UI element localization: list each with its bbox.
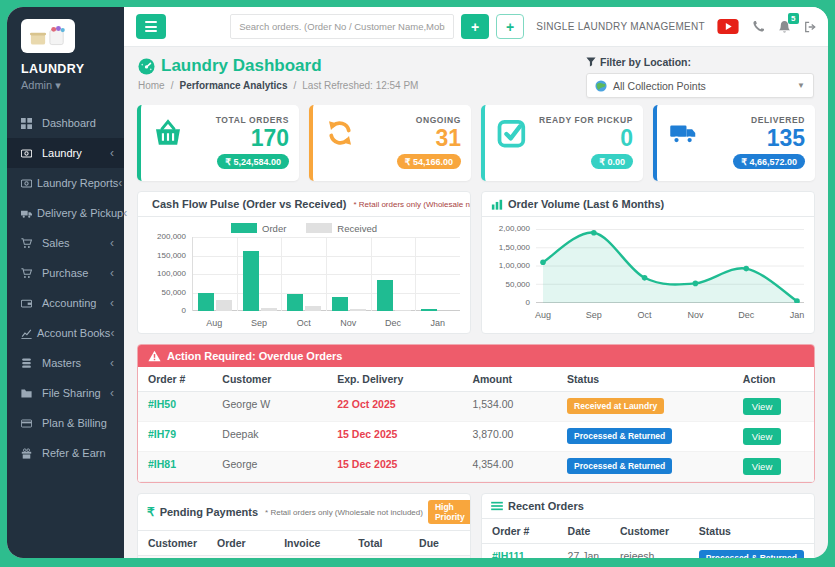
sidebar-item-label: Plan & Billing [42,417,114,429]
sidebar-item-sales[interactable]: Sales‹ [7,228,124,258]
sidebar-item-label: File Sharing [42,387,110,399]
sidebar-item-refer-earn[interactable]: Refer & Earn [7,438,124,468]
sidebar-item-plan-billing[interactable]: Plan & Billing [7,408,124,438]
table-row: #IH11127 Jan 2627 JanrejeeshProcessed & … [482,544,814,559]
delivery-date: 15 Dec 2025 [337,428,397,440]
sidebar-item-file-sharing[interactable]: File Sharing‹ [7,378,124,408]
delivery-date: 22 Oct 2025 [337,398,395,410]
column-header: Amount [462,367,557,392]
bar [305,306,321,311]
sidebar-item-account-books[interactable]: Account Books‹ [7,318,124,348]
recent-title: Recent Orders [508,500,584,512]
menu-toggle-button[interactable] [136,14,166,39]
location-filter-select[interactable]: All Collection Points ▼ [586,73,814,98]
order-volume-plot [536,229,804,303]
app-logo[interactable] [21,19,75,53]
chevron-left-icon: ‹ [110,327,114,339]
overdue-orders-section: Action Required: Overdue Orders Order #C… [137,344,815,483]
sidebar-item-label: Masters [42,357,110,369]
legend-item: Received [306,223,377,234]
column-header: Exp. Delivery [327,367,462,392]
status-badge: Received at Laundry [567,398,664,414]
bar-group [327,237,372,311]
bar [332,297,348,311]
column-header: Action [733,367,814,392]
bar [261,308,277,311]
last-refreshed: Last Refreshed: 12:54 PM [302,80,418,91]
sidebar-item-masters[interactable]: Masters‹ [7,348,124,378]
chevron-down-icon: ▾ [55,79,61,91]
bar-group [416,237,460,311]
pending-table: CustomerOrderInvoiceTotalDue George#SL10… [138,531,470,558]
bar [198,293,214,311]
search-input[interactable] [230,14,454,39]
column-header: Order # [138,367,212,392]
stat-label: DELIVERED [751,115,805,125]
add-order-button[interactable]: + [461,14,489,39]
sidebar-item-dashboard[interactable]: Dashboard [7,108,124,138]
chevron-left-icon: ‹ [110,237,114,249]
view-button[interactable]: View [743,398,781,415]
bar [377,280,393,311]
sidebar-item-laundry[interactable]: Laundry‹ [7,138,124,168]
column-header: Order [207,531,274,556]
rupee-icon: ₹ [147,505,155,519]
sidebar-item-label: Dashboard [42,117,114,129]
stat-amount-badge: ₹ 4,66,572.00 [733,154,805,169]
order-link[interactable]: #IH50 [148,398,176,410]
sidebar-item-label: Purchase [42,267,110,279]
cashflow-title: Cash Flow Pulse (Order vs Received) [152,198,346,210]
view-button[interactable]: View [743,458,781,475]
quick-add-button[interactable]: + [496,14,524,39]
content: Laundry Dashboard Home/ Performance Anal… [124,47,828,558]
overdue-table: Order #CustomerExp. DeliveryAmountStatus… [138,367,814,482]
sidebar-item-laundry-reports[interactable]: Laundry Reports‹ [7,168,124,198]
status-badge: Processed & Returned [567,458,672,474]
sidebar-item-delivery-pickup[interactable]: Delivery & Pickup‹ [7,198,124,228]
order-link[interactable]: #IH81 [148,458,176,470]
customer-cell: rejeesh [610,544,689,559]
sidebar-item-accounting[interactable]: Accounting‹ [7,288,124,318]
delivery-date: 15 Dec 2025 [337,458,397,470]
bar [350,309,366,311]
laundry-logo-image [29,25,67,47]
chevron-left-icon: ‹ [110,147,114,159]
logout-icon[interactable] [804,21,816,33]
wallet-icon [21,298,37,309]
stat-amount-badge: ₹ 54,166.00 [397,154,461,169]
cashflow-legend: OrderReceived [148,223,460,234]
order-link[interactable]: #IH79 [148,428,176,440]
chevron-left-icon: ‹ [118,177,122,189]
admin-dropdown[interactable]: Admin ▾ [7,79,124,92]
chevron-left-icon: ‹ [110,297,114,309]
globe-icon [595,80,607,92]
overdue-title: Action Required: Overdue Orders [167,350,342,362]
youtube-icon[interactable] [717,19,739,34]
refresh-icon [319,113,361,173]
table-row: #IH79Deepak15 Dec 20253,870.00Processed … [138,422,814,452]
sidebar-item-label: Accounting [42,297,110,309]
cart-icon [21,238,37,249]
stat-card-ongoing: ONGOING31₹ 54,166.00 [309,105,471,181]
customer-cell: George W [212,392,327,422]
order-link[interactable]: #IH111 [492,550,525,558]
phone-icon[interactable] [752,20,765,33]
notifications-button[interactable]: 5 [778,20,791,34]
breadcrumb-home[interactable]: Home [138,80,165,91]
column-header: Due [409,531,470,556]
filter-label: Filter by Location: [586,56,814,68]
chart-icon [21,328,32,339]
stat-amount-badge: ₹ 5,24,584.00 [217,154,289,169]
customer-cell: George [138,556,207,559]
view-button[interactable]: View [743,428,781,445]
breadcrumb-page: Performance Analytics [179,80,287,91]
truck-icon [663,113,705,173]
washer-icon [21,178,32,189]
table-row: #IH81George15 Dec 20254,354.00Processed … [138,452,814,482]
bar [287,294,303,311]
sidebar-item-purchase[interactable]: Purchase‹ [7,258,124,288]
recent-table: Order #DateCustomerStatus #IH11127 Jan 2… [482,519,814,558]
basket-icon [147,113,189,173]
gift-icon [21,448,37,459]
customer-cell: George [212,452,327,482]
